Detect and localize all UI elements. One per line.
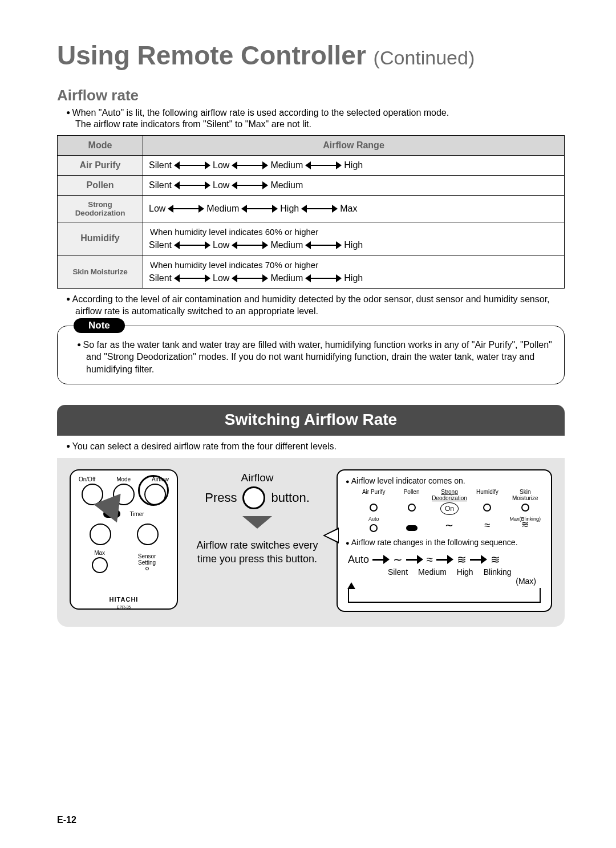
- seq-blinking: Blinking: [484, 567, 512, 577]
- seq-wave2-icon: ≈: [427, 553, 433, 566]
- title-continued: (Continued): [374, 47, 475, 68]
- highlight-circle-icon: [138, 475, 169, 506]
- note-box: Note So far as the water tank and water …: [57, 326, 565, 384]
- range-cell: When humidity level indicates 60% or hig…: [143, 222, 565, 255]
- ind-col-4: Skin Moisturize: [508, 489, 543, 501]
- callout-tail-icon: [323, 528, 339, 543]
- remote-max-button[interactable]: [92, 557, 108, 573]
- sensor-dot-icon: [145, 567, 149, 570]
- model-label: EPR-35: [71, 605, 177, 609]
- sequence-labels: Silent Medium High Blinking: [388, 567, 543, 577]
- right-arrow-icon: [470, 557, 487, 562]
- double-arrow-icon: [174, 241, 210, 249]
- airflow-mode-table: Mode Airflow Range Air PurifySilentLowMe…: [57, 135, 565, 289]
- level-label: Low: [213, 273, 229, 283]
- double-arrow-icon: [305, 161, 342, 169]
- row2-0: Auto: [356, 516, 391, 522]
- remote-illustration: On/Off Mode Airflow eco Timer Max Sensor…: [70, 469, 178, 610]
- below-table-bullet: According to the level of air contaminat…: [66, 293, 565, 318]
- remote-label-sensor: Sensor Setting: [138, 553, 156, 566]
- range-cell: SilentLowMediumHigh: [143, 155, 565, 175]
- page-title: Using Remote Controller (Continued): [57, 40, 565, 71]
- level-label: High: [344, 273, 363, 283]
- callout-line-1: Airflow level indicator comes on.: [346, 476, 543, 485]
- intro-line-2: The airflow rate indicators from "Silent…: [75, 119, 565, 129]
- right-arrow-icon: [406, 557, 423, 562]
- double-arrow-icon: [168, 205, 204, 213]
- level-label: Medium: [270, 273, 303, 283]
- note-text: So far as the water tank and water tray …: [77, 339, 554, 376]
- level-label: Medium: [270, 160, 303, 171]
- remote-label-timer: Timer: [129, 511, 144, 517]
- note-badge: Note: [74, 318, 125, 333]
- on-indicator: On: [440, 502, 459, 515]
- indicator-dot-icon: [483, 504, 491, 512]
- level-label: High: [344, 160, 363, 171]
- remote-label-onoff: On/Off: [79, 476, 95, 482]
- level-label: Max: [340, 204, 357, 214]
- th-range: Airflow Range: [143, 135, 565, 155]
- th-mode: Mode: [58, 135, 143, 155]
- indicator-grid: Air Purify Pollen Strong Deodorization H…: [356, 489, 543, 533]
- brand-label: HITACHI: [71, 596, 177, 603]
- ind-col-0: Air Purify: [356, 489, 391, 501]
- button-label: button.: [271, 490, 309, 505]
- double-arrow-icon: [305, 241, 342, 249]
- range-cell: When humidity level indicates 70% or hig…: [143, 255, 565, 288]
- seq-wave3-icon: ≋: [457, 553, 467, 566]
- instruction-middle: Airflow Press button. Airflow rate switc…: [192, 469, 323, 566]
- mid-description: Airflow rate switches every time you pre…: [192, 539, 323, 566]
- range-note: When humidity level indicates 70% or hig…: [150, 260, 558, 270]
- level-label: Low: [149, 204, 165, 214]
- double-arrow-icon: [305, 274, 342, 282]
- double-arrow-icon: [232, 274, 268, 282]
- wave1-icon: [432, 523, 467, 533]
- range-note: When humidity level indicates 60% or hig…: [150, 227, 558, 237]
- double-arrow-icon: [174, 181, 210, 189]
- level-label: Low: [213, 180, 229, 190]
- mode-cell: Pollen: [58, 175, 143, 195]
- remote-eco-button[interactable]: [90, 524, 111, 545]
- level-label: Silent: [149, 240, 172, 250]
- mid-airflow-label: Airflow: [241, 472, 273, 484]
- indicator-dot-icon: [370, 524, 378, 532]
- intro-bullet: When "Auto" is lit, the following airflo…: [66, 107, 565, 119]
- indicator-callout: Airflow level indicator comes on. Air Pu…: [337, 469, 552, 612]
- level-label: High: [344, 240, 363, 250]
- level-label: Low: [213, 160, 229, 171]
- remote-timer-button[interactable]: [137, 524, 159, 545]
- indicator-dot-icon: [521, 504, 529, 512]
- remote-label-max: Max: [94, 550, 105, 556]
- ind-col-3: Humidify: [469, 489, 505, 501]
- title-main: Using Remote Controller: [57, 40, 366, 70]
- seq-silent: Silent: [388, 567, 408, 577]
- sequence-row: Auto ∼ ≈ ≋ ≋: [348, 553, 543, 566]
- seq-max: (Max): [346, 577, 536, 586]
- level-label: Silent: [149, 160, 172, 171]
- double-arrow-icon: [301, 205, 338, 213]
- double-arrow-icon: [232, 161, 268, 169]
- seq-high: High: [457, 567, 473, 577]
- seq-medium: Medium: [418, 567, 447, 577]
- seq-wave1-icon: ∼: [393, 553, 403, 566]
- level-label: Silent: [149, 273, 172, 283]
- loop-arrow-icon: [348, 588, 541, 603]
- wave2-icon: [469, 523, 505, 533]
- level-label: Medium: [206, 204, 239, 214]
- wave3-icon: ≋: [508, 523, 543, 533]
- switch-intro: You can select a desired airflow rate fr…: [66, 440, 565, 453]
- level-label: High: [280, 204, 299, 214]
- page-number: E-12: [57, 815, 76, 825]
- mode-cell: Humidify: [58, 222, 143, 255]
- ind-col-1: Pollen: [394, 489, 429, 501]
- indicator-dot-icon: [408, 504, 416, 512]
- level-label: Medium: [270, 240, 303, 250]
- press-button-icon[interactable]: [242, 486, 265, 509]
- range-cell: SilentLowMedium: [143, 175, 565, 195]
- double-arrow-icon: [174, 161, 210, 169]
- press-label: Press: [205, 490, 237, 505]
- double-arrow-icon: [232, 241, 268, 249]
- double-arrow-icon: [232, 181, 268, 189]
- triangle-down-icon: [242, 516, 272, 529]
- mode-cell: Strong Deodorization: [58, 195, 143, 222]
